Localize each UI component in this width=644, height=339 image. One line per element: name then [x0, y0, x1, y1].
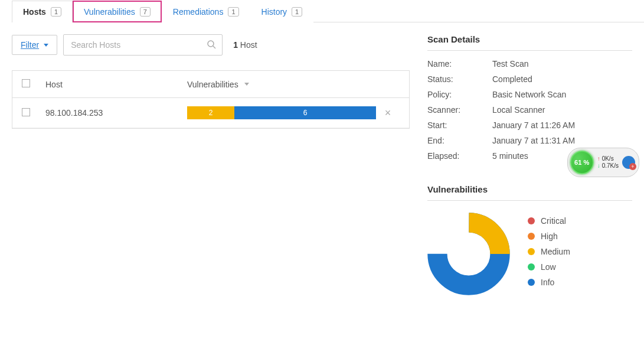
detail-label: Status:: [427, 74, 492, 84]
widget-expand-button[interactable]: +: [622, 156, 635, 169]
tab-badge: 1: [292, 7, 302, 17]
search-input-wrap[interactable]: [63, 34, 223, 56]
chevron-down-icon: [44, 44, 48, 47]
legend-item-info[interactable]: Info: [528, 278, 570, 287]
network-speed-widget[interactable]: 61 % ↑0K/s ↓0.7K/s +: [567, 148, 639, 177]
dot-medium-icon: [528, 248, 535, 255]
scan-details-title: Scan Details: [427, 34, 632, 51]
host-table: Host Vulnerabilities 98.100.184.253 2 6: [12, 70, 410, 129]
tab-badge: 1: [51, 7, 61, 17]
speed-percent: 61 %: [570, 151, 594, 174]
vulnerabilities-donut: [427, 213, 510, 295]
col-vuln-header[interactable]: Vulnerabilities: [187, 80, 376, 89]
table-header: Host Vulnerabilities: [12, 71, 409, 98]
svg-line-1: [213, 46, 215, 48]
detail-label: Name:: [427, 59, 492, 69]
tab-badge: 7: [140, 7, 151, 17]
tab-vulnerabilities[interactable]: Vulnerabilities 7: [73, 1, 162, 22]
select-all-checkbox[interactable]: [22, 79, 30, 87]
legend-item-high[interactable]: High: [528, 232, 570, 241]
search-icon: [207, 40, 216, 51]
row-host: 98.100.184.253: [45, 108, 187, 118]
detail-value: January 7 at 11:31 AM: [492, 136, 632, 145]
detail-value: January 7 at 11:26 AM: [492, 120, 632, 130]
table-row[interactable]: 98.100.184.253 2 6 ×: [12, 98, 409, 128]
dot-info-icon: [528, 279, 535, 286]
tab-label: History: [261, 7, 287, 17]
tab-remediations[interactable]: Remediations 1: [162, 1, 250, 22]
host-count: 1 Host: [228, 40, 257, 50]
vuln-bar-info: 6: [234, 106, 376, 119]
dot-high-icon: [528, 233, 535, 240]
detail-value: Basic Network Scan: [492, 90, 632, 99]
filter-label: Filter: [21, 40, 39, 50]
detail-label: End:: [427, 136, 492, 145]
vulnerabilities-title: Vulnerabilities: [427, 184, 632, 201]
tabs-bar: Hosts 1 Vulnerabilities 7 Remediations 1…: [12, 0, 644, 22]
tab-label: Remediations: [173, 7, 224, 17]
detail-label: Start:: [427, 120, 492, 130]
tab-hosts[interactable]: Hosts 1: [12, 1, 73, 22]
tab-history[interactable]: History 1: [250, 1, 314, 22]
tab-label: Hosts: [23, 7, 46, 17]
scan-details: Name: Test Scan Status: Completed Policy…: [427, 59, 632, 161]
detail-value: Local Scanner: [492, 105, 632, 115]
close-icon: ×: [385, 107, 391, 119]
speed-stats: ↑0K/s ↓0.7K/s: [597, 155, 619, 170]
tab-label: Vulnerabilities: [84, 7, 135, 17]
row-remove-button[interactable]: ×: [376, 107, 400, 119]
dot-critical-icon: [528, 217, 535, 224]
sort-caret-icon: [244, 83, 249, 86]
detail-label: Policy:: [427, 90, 492, 99]
legend-item-critical[interactable]: Critical: [528, 216, 570, 226]
arrow-up-icon: ↑: [597, 155, 600, 162]
col-host-header[interactable]: Host: [45, 80, 187, 89]
legend-item-medium[interactable]: Medium: [528, 247, 570, 256]
detail-value: Completed: [492, 74, 632, 84]
filter-button[interactable]: Filter: [12, 35, 57, 55]
detail-value: Test Scan: [492, 59, 632, 69]
dot-low-icon: [528, 263, 535, 270]
toolbar: Filter 1 Host: [12, 34, 410, 56]
row-vuln-bar: 2 6: [187, 106, 376, 119]
svg-point-0: [208, 41, 214, 47]
legend-item-low[interactable]: Low: [528, 262, 570, 272]
vuln-legend: Critical High Medium Low Info: [528, 213, 570, 287]
vuln-bar-medium: 2: [187, 106, 234, 119]
detail-label: Scanner:: [427, 105, 492, 115]
row-checkbox[interactable]: [22, 108, 30, 116]
search-input[interactable]: [70, 40, 207, 50]
tab-badge: 1: [228, 7, 238, 17]
plus-icon: +: [629, 163, 636, 170]
arrow-down-icon: ↓: [597, 162, 600, 170]
detail-label: Elapsed:: [427, 151, 492, 161]
